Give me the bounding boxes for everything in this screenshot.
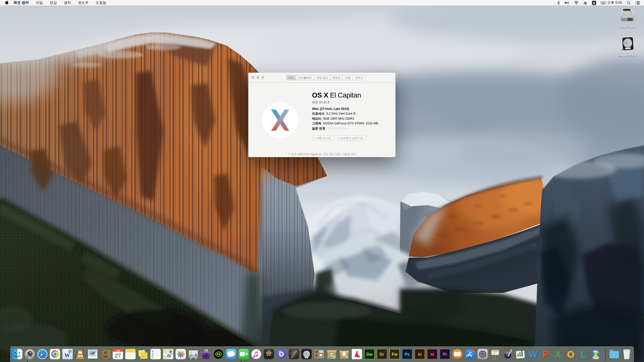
svg-text:G: G [346, 355, 348, 358]
svg-text:O: O [567, 349, 574, 359]
svg-text:A: A [593, 1, 595, 4]
svg-text:Br: Br [380, 352, 384, 356]
svg-text:X: X [555, 349, 561, 359]
svg-text:P: P [542, 349, 549, 359]
svg-text:Pr: Pr [443, 352, 447, 356]
svg-text:3D: 3D [168, 355, 170, 357]
svg-text:W: W [529, 349, 537, 359]
svg-text:L: L [580, 349, 586, 359]
svg-text:Ai: Ai [418, 352, 422, 356]
svg-text:G: G [333, 355, 335, 358]
svg-text:Fw: Fw [392, 352, 397, 356]
svg-text:Dw: Dw [366, 352, 373, 356]
svg-text:Id: Id [430, 352, 434, 356]
svg-text:12월: 12월 [116, 349, 120, 352]
svg-text:27: 27 [115, 352, 121, 359]
svg-text:Ps: Ps [405, 352, 410, 356]
svg-text:1: 1 [472, 350, 473, 352]
